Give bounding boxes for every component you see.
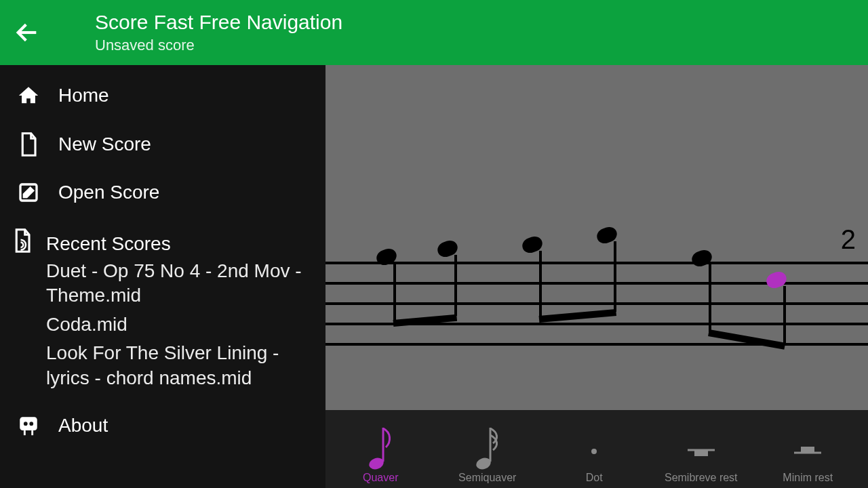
svg-rect-19: [24, 430, 26, 435]
recent-score-entry[interactable]: Duet - Op 75 No 4 - 2nd Mov - Theme.mid: [46, 259, 312, 308]
semibreve-rest-icon: [684, 418, 718, 472]
app-header: Score Fast Free Navigation Unsaved score: [0, 0, 868, 65]
app-title: Score Fast Free Navigation: [95, 11, 342, 34]
back-button[interactable]: [0, 0, 54, 65]
arrow-left-icon: [14, 19, 41, 46]
recent-score-entry[interactable]: Look For The Silver Lining - lyrics - ch…: [46, 341, 312, 390]
tool-minim-rest[interactable]: Minim rest: [755, 410, 862, 488]
nav-item-label: About: [58, 415, 108, 436]
tool-quaver[interactable]: Quaver: [328, 410, 435, 488]
minim-rest-icon: [791, 418, 825, 472]
quaver-icon: [368, 418, 393, 472]
svg-rect-12: [694, 450, 708, 456]
nav-item-label: Open Score: [58, 182, 159, 203]
nav-drawer: Home New Score Open Score Recent Scores …: [0, 65, 326, 488]
nav-item-label: Home: [58, 85, 109, 106]
svg-rect-16: [20, 417, 37, 430]
recent-score-entry[interactable]: Coda.mid: [46, 312, 312, 337]
nav-item-recent-scores: Recent Scores Duet - Op 75 No 4 - 2nd Mo…: [0, 216, 326, 403]
home-icon: [12, 84, 45, 107]
header-titles: Score Fast Free Navigation Unsaved score: [95, 11, 342, 54]
nav-item-new-score[interactable]: New Score: [0, 119, 326, 169]
svg-point-18: [29, 422, 33, 426]
svg-rect-20: [31, 430, 33, 435]
svg-point-17: [24, 422, 28, 426]
nav-item-about[interactable]: About: [0, 403, 326, 449]
measure-number: 2: [841, 224, 856, 255]
file-audio-icon: [12, 228, 33, 253]
dot-icon: [587, 418, 601, 472]
tool-dot[interactable]: Dot: [541, 410, 648, 488]
tool-semiquaver[interactable]: Semiquaver: [434, 410, 541, 488]
nav-item-home[interactable]: Home: [0, 72, 326, 119]
nav-item-open-score[interactable]: Open Score: [0, 169, 326, 216]
svg-point-10: [591, 449, 597, 454]
recent-scores-title: Recent Scores: [46, 233, 312, 255]
app-subtitle: Unsaved score: [95, 37, 342, 54]
tool-semibreve-rest[interactable]: Semibreve rest: [648, 410, 755, 488]
file-new-icon: [12, 131, 45, 157]
semiquaver-icon: [475, 418, 500, 472]
nav-item-label: New Score: [58, 134, 151, 155]
info-icon: [12, 415, 45, 436]
file-edit-icon: [12, 182, 45, 203]
